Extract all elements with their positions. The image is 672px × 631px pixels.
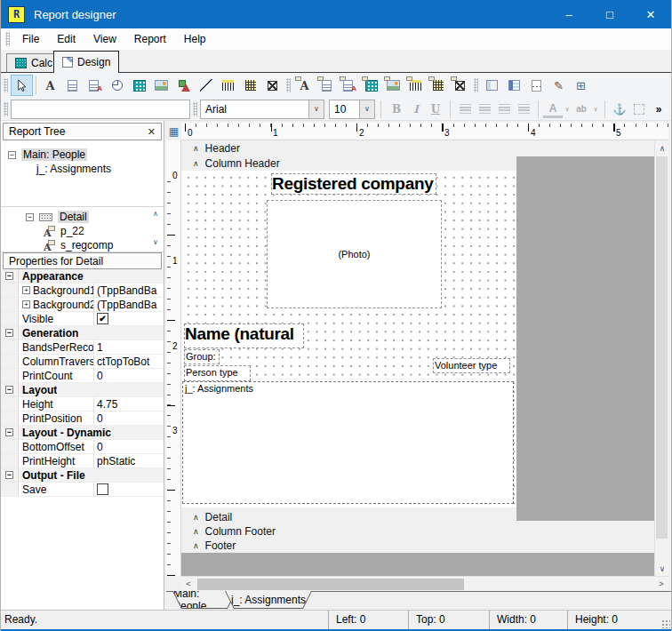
scroll-down-arrow[interactable]: ∨ [655,561,669,576]
property-row[interactable]: PrintPosition 0 [1,411,164,426]
band-column-header[interactable]: ∧ Column Header [193,156,280,171]
more-buttons-chevron[interactable]: » [651,100,667,118]
scroll-right-arrow[interactable]: > [654,577,668,591]
property-row[interactable]: Save [1,483,164,497]
scroll-up-arrow[interactable]: ∧ [655,140,669,156]
band-collapse-icon[interactable]: ∧ [193,541,199,550]
font-size-combo[interactable]: 10 ∨ [329,100,375,119]
bottom-tab-assignments[interactable]: j_: Assignments [225,591,312,609]
group-label[interactable]: Group: [184,349,220,364]
toolbar-grip[interactable] [4,102,8,116]
property-value[interactable] [111,426,164,439]
expand-icon[interactable]: + [22,286,30,294]
property-value[interactable]: 0 [93,369,164,382]
property-row[interactable]: PrintCount 0 [1,369,164,383]
property-value[interactable] [57,383,164,396]
property-row[interactable]: +Background1 (TppBandBa [1,284,164,298]
scroll-up-arrow[interactable]: ∧ [149,210,162,218]
font-name-combo[interactable]: Arial ∨ [200,100,324,119]
dbcheckbox-tool-button[interactable] [449,75,471,96]
band-column-footer[interactable]: ∧ Column Footer [193,524,276,539]
band-header[interactable]: ∧ Header [193,141,240,156]
tree-node-detail-band[interactable]: − Detail [26,210,89,224]
menu-help[interactable]: Help [175,28,215,50]
property-value[interactable] [93,483,164,496]
resize-grip[interactable] [660,619,670,628]
property-value[interactable]: phStatic [93,454,164,467]
property-value[interactable]: ✔ [93,312,164,325]
horizontal-scroll-thumb[interactable] [197,579,464,590]
vertical-scroll-thumb[interactable] [656,156,668,539]
chevron-down-icon[interactable]: ∨ [308,100,324,118]
toolbar-grip[interactable] [474,78,478,92]
property-row[interactable]: +Background2 (TppBandBa [1,298,164,312]
group-collapse-icon[interactable]: − [5,329,13,337]
minimize-button[interactable]: – [548,0,589,28]
pointer-tool-button[interactable] [11,75,33,96]
highlight-dropdown[interactable]: ∨ [591,100,600,119]
property-row[interactable]: − Appearance [1,269,164,284]
dbrichtext-tool-button[interactable]: A [338,75,360,96]
property-value[interactable]: 4.75 [93,397,164,411]
scroll-down-arrow[interactable]: ∨ [149,238,162,246]
assignments-subreport[interactable]: j_: Assignments [182,381,514,504]
property-value[interactable]: ctTopToBot [93,355,164,368]
style-tool-button[interactable]: ✎ [548,75,570,96]
name-natural-label[interactable]: Name (natural [184,323,304,348]
property-row[interactable]: BandsPerRecord 1 [1,340,164,355]
font-color-dropdown[interactable]: ∨ [563,100,572,119]
property-row[interactable]: ColumnTraversal ctTopToBot [1,355,164,369]
font-color-button[interactable]: A [543,101,563,118]
toolbar-grip[interactable] [4,78,8,92]
underline-button[interactable]: U [426,100,445,119]
label-tool-button[interactable]: A [39,75,61,96]
barcode-tool-button[interactable] [217,75,239,96]
person-type-label[interactable]: Person type [184,365,251,381]
property-row[interactable]: − Output - File [1,468,164,483]
band-footer[interactable]: ∧ Footer [193,539,236,553]
bold-button[interactable]: B [387,100,406,119]
property-row[interactable]: PrintHeight phStatic [1,454,164,468]
align-right-button[interactable] [494,100,514,119]
toolbar-grip[interactable] [286,78,291,92]
property-row[interactable]: − Layout - Dynamic [1,426,164,440]
tree-node-main-people[interactable]: − Main: People [8,148,87,162]
system-variable-tool-button[interactable] [106,75,128,96]
collapse-icon[interactable]: − [26,213,34,221]
band-collapse-icon[interactable]: ∧ [193,159,199,168]
subreport-tool-button[interactable] [503,75,525,96]
property-value[interactable] [85,468,164,482]
checkbox[interactable]: ✔ [97,313,108,324]
db2dbarcode-tool-button[interactable] [427,75,449,96]
property-value[interactable] [78,326,164,339]
property-row[interactable]: Visible ✔ [1,312,164,326]
menubar-grip[interactable] [5,32,10,46]
shape-tool-button[interactable] [172,75,195,96]
page-break-tool-button[interactable] [525,75,548,96]
crosstab-tool-button[interactable]: ⊞ [570,75,592,96]
region-tool-button[interactable] [481,75,503,96]
tree-node-assignments[interactable]: j_: Assignments [36,162,111,176]
maximize-button[interactable]: □ [589,0,630,28]
property-row[interactable]: − Layout [1,383,164,397]
menu-report[interactable]: Report [125,28,175,50]
report-page[interactable]: Registered company (Photo) Name (natural… [181,171,516,507]
vertical-scrollbar[interactable]: ∧ ∨ [654,140,668,576]
italic-button[interactable]: I [406,100,426,119]
anchor-button[interactable]: ⚓ [610,100,629,119]
property-row[interactable]: − Generation [1,326,164,340]
property-row[interactable]: BottomOffset 0 [1,440,164,454]
variable-tool-button[interactable] [128,75,150,96]
tree-node-s-regcomp[interactable]: A s_regcomp [44,238,113,252]
registered-company-label[interactable]: Registered company [271,173,436,195]
dbimage-tool-button[interactable] [382,75,404,96]
menu-view[interactable]: View [84,28,125,50]
property-value[interactable]: (TppBandBa [93,298,164,311]
close-button[interactable]: ✕ [630,0,671,28]
group-collapse-icon[interactable]: − [5,428,13,436]
richtext-tool-button[interactable]: A [84,75,106,96]
property-value[interactable] [84,269,164,283]
collapse-icon[interactable]: − [8,151,16,159]
close-icon[interactable]: ✕ [148,126,156,138]
expand-icon[interactable]: + [22,300,30,308]
